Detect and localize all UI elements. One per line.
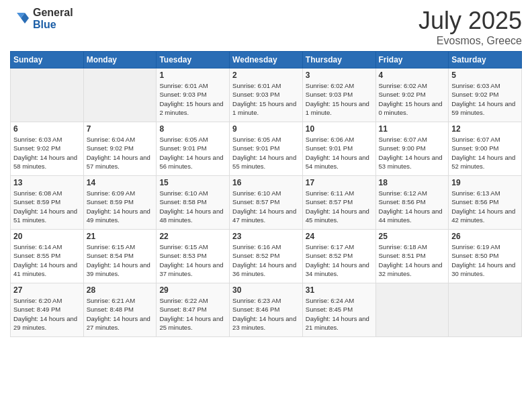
day-number: 14: [87, 178, 154, 187]
day-info: Sunrise: 6:01 AMSunset: 9:03 PMDaylight:…: [159, 81, 226, 117]
day-info: Sunrise: 6:05 AMSunset: 9:01 PMDaylight:…: [159, 135, 226, 171]
day-info: Sunrise: 6:09 AMSunset: 8:59 PMDaylight:…: [87, 189, 154, 224]
calendar-cell: 26Sunrise: 6:19 AMSunset: 8:50 PMDayligh…: [449, 230, 522, 283]
day-info: Sunrise: 6:19 AMSunset: 8:50 PMDaylight:…: [451, 242, 519, 278]
day-number: 12: [451, 124, 519, 134]
day-info: Sunrise: 6:06 AMSunset: 9:01 PMDaylight:…: [306, 135, 373, 171]
day-info: Sunrise: 6:15 AMSunset: 8:53 PMDaylight:…: [159, 242, 226, 278]
day-number: 25: [379, 232, 446, 241]
day-number: 10: [306, 124, 373, 134]
calendar-cell: 19Sunrise: 6:13 AMSunset: 8:56 PMDayligh…: [449, 176, 522, 230]
calendar-cell: 14Sunrise: 6:09 AMSunset: 8:59 PMDayligh…: [83, 176, 157, 230]
weekday-header-saturday: Saturday: [449, 52, 522, 68]
day-number: 31: [306, 285, 373, 295]
day-number: 20: [13, 232, 81, 241]
calendar-cell: 28Sunrise: 6:21 AMSunset: 8:48 PMDayligh…: [83, 283, 157, 337]
calendar-cell: 17Sunrise: 6:11 AMSunset: 8:57 PMDayligh…: [302, 176, 375, 230]
calendar-cell: 7Sunrise: 6:04 AMSunset: 9:02 PMDaylight…: [83, 122, 157, 176]
day-number: 6: [13, 124, 81, 134]
day-number: 30: [232, 285, 300, 295]
calendar-cell: 24Sunrise: 6:17 AMSunset: 8:52 PMDayligh…: [302, 230, 375, 283]
day-info: Sunrise: 6:13 AMSunset: 8:56 PMDaylight:…: [451, 189, 519, 224]
day-number: 18: [379, 178, 446, 187]
calendar-cell: 23Sunrise: 6:16 AMSunset: 8:52 PMDayligh…: [230, 230, 303, 283]
day-number: 13: [13, 178, 81, 187]
logo: General Blue: [10, 7, 73, 30]
calendar-cell: 6Sunrise: 6:03 AMSunset: 9:02 PMDaylight…: [11, 122, 84, 176]
calendar-cell: 29Sunrise: 6:22 AMSunset: 8:47 PMDayligh…: [157, 283, 230, 337]
day-number: 4: [379, 71, 446, 80]
calendar-cell: 9Sunrise: 6:05 AMSunset: 9:01 PMDaylight…: [230, 122, 303, 176]
calendar-cell: 5Sunrise: 6:03 AMSunset: 9:02 PMDaylight…: [449, 68, 522, 122]
calendar-cell: 1Sunrise: 6:01 AMSunset: 9:03 PMDaylight…: [157, 68, 230, 122]
calendar-cell: 31Sunrise: 6:24 AMSunset: 8:45 PMDayligh…: [302, 283, 375, 337]
day-info: Sunrise: 6:21 AMSunset: 8:48 PMDaylight:…: [87, 296, 154, 332]
day-info: Sunrise: 6:10 AMSunset: 8:58 PMDaylight:…: [159, 189, 226, 224]
page-container: General Blue July 2025 Evosmos, Greece S…: [0, 0, 532, 344]
day-number: 5: [451, 71, 519, 80]
calendar-cell: 30Sunrise: 6:23 AMSunset: 8:46 PMDayligh…: [230, 283, 303, 337]
calendar-cell: 3Sunrise: 6:02 AMSunset: 9:03 PMDaylight…: [302, 68, 375, 122]
month-year: July 2025: [418, 7, 522, 35]
day-number: 26: [451, 232, 519, 241]
weekday-header-thursday: Thursday: [302, 52, 375, 68]
day-info: Sunrise: 6:12 AMSunset: 8:56 PMDaylight:…: [379, 189, 446, 224]
calendar-cell: [11, 68, 84, 122]
day-info: Sunrise: 6:18 AMSunset: 8:51 PMDaylight:…: [379, 242, 446, 278]
calendar-cell: [375, 283, 449, 337]
day-number: 15: [159, 178, 226, 187]
logo-blue: Blue: [33, 19, 73, 31]
day-number: 17: [306, 178, 373, 187]
day-info: Sunrise: 6:22 AMSunset: 8:47 PMDaylight:…: [159, 296, 226, 332]
day-number: 27: [13, 285, 81, 295]
day-info: Sunrise: 6:14 AMSunset: 8:55 PMDaylight:…: [13, 242, 81, 278]
calendar-cell: 27Sunrise: 6:20 AMSunset: 8:49 PMDayligh…: [11, 283, 84, 337]
calendar-body: 1Sunrise: 6:01 AMSunset: 9:03 PMDaylight…: [11, 68, 522, 337]
day-number: 24: [306, 232, 373, 241]
day-number: 23: [232, 232, 300, 241]
calendar-cell: 20Sunrise: 6:14 AMSunset: 8:55 PMDayligh…: [11, 230, 84, 283]
calendar-cell: 16Sunrise: 6:10 AMSunset: 8:57 PMDayligh…: [230, 176, 303, 230]
calendar-cell: 10Sunrise: 6:06 AMSunset: 9:01 PMDayligh…: [302, 122, 375, 176]
weekday-header-wednesday: Wednesday: [230, 52, 303, 68]
calendar-cell: 13Sunrise: 6:08 AMSunset: 8:59 PMDayligh…: [11, 176, 84, 230]
calendar-cell: 22Sunrise: 6:15 AMSunset: 8:53 PMDayligh…: [157, 230, 230, 283]
day-info: Sunrise: 6:02 AMSunset: 9:02 PMDaylight:…: [379, 81, 446, 117]
day-info: Sunrise: 6:03 AMSunset: 9:02 PMDaylight:…: [451, 81, 519, 117]
calendar-week-2: 6Sunrise: 6:03 AMSunset: 9:02 PMDaylight…: [11, 122, 522, 176]
day-number: 19: [451, 178, 519, 187]
calendar-week-4: 20Sunrise: 6:14 AMSunset: 8:55 PMDayligh…: [11, 230, 522, 283]
day-info: Sunrise: 6:03 AMSunset: 9:02 PMDaylight:…: [13, 135, 81, 171]
day-number: 8: [159, 124, 226, 134]
weekday-header-monday: Monday: [83, 52, 157, 68]
day-number: 7: [87, 124, 154, 134]
calendar-cell: 25Sunrise: 6:18 AMSunset: 8:51 PMDayligh…: [375, 230, 449, 283]
calendar-week-5: 27Sunrise: 6:20 AMSunset: 8:49 PMDayligh…: [11, 283, 522, 337]
calendar-cell: 4Sunrise: 6:02 AMSunset: 9:02 PMDaylight…: [375, 68, 449, 122]
day-number: 29: [159, 285, 226, 295]
calendar-cell: 12Sunrise: 6:07 AMSunset: 9:00 PMDayligh…: [449, 122, 522, 176]
calendar-cell: 2Sunrise: 6:01 AMSunset: 9:03 PMDaylight…: [230, 68, 303, 122]
day-info: Sunrise: 6:15 AMSunset: 8:54 PMDaylight:…: [87, 242, 154, 278]
location: Evosmos, Greece: [418, 35, 522, 47]
day-number: 28: [87, 285, 154, 295]
calendar-week-1: 1Sunrise: 6:01 AMSunset: 9:03 PMDaylight…: [11, 68, 522, 122]
day-info: Sunrise: 6:05 AMSunset: 9:01 PMDaylight:…: [232, 135, 300, 171]
calendar-table: SundayMondayTuesdayWednesdayThursdayFrid…: [10, 51, 522, 337]
calendar-cell: 18Sunrise: 6:12 AMSunset: 8:56 PMDayligh…: [375, 176, 449, 230]
logo-text: General Blue: [33, 7, 73, 30]
day-info: Sunrise: 6:24 AMSunset: 8:45 PMDaylight:…: [306, 296, 373, 332]
day-info: Sunrise: 6:20 AMSunset: 8:49 PMDaylight:…: [13, 296, 81, 332]
day-number: 22: [159, 232, 226, 241]
calendar-cell: 11Sunrise: 6:07 AMSunset: 9:00 PMDayligh…: [375, 122, 449, 176]
calendar-cell: [83, 68, 157, 122]
title-block: July 2025 Evosmos, Greece: [418, 7, 522, 47]
weekday-header-sunday: Sunday: [11, 52, 84, 68]
weekday-header-row: SundayMondayTuesdayWednesdayThursdayFrid…: [11, 52, 522, 68]
day-number: 3: [306, 71, 373, 80]
day-info: Sunrise: 6:04 AMSunset: 9:02 PMDaylight:…: [87, 135, 154, 171]
day-info: Sunrise: 6:11 AMSunset: 8:57 PMDaylight:…: [306, 189, 373, 224]
day-info: Sunrise: 6:10 AMSunset: 8:57 PMDaylight:…: [232, 189, 300, 224]
calendar-cell: 8Sunrise: 6:05 AMSunset: 9:01 PMDaylight…: [157, 122, 230, 176]
day-info: Sunrise: 6:07 AMSunset: 9:00 PMDaylight:…: [451, 135, 519, 171]
